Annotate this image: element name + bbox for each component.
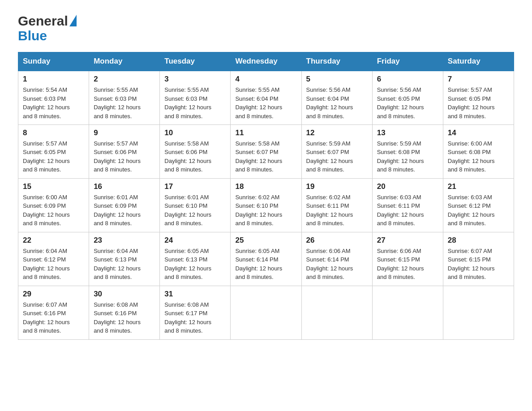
day-number: 9 (94, 128, 155, 137)
calendar-cell: 12 Sunrise: 5:59 AMSunset: 6:07 PMDaylig… (301, 124, 372, 178)
day-number: 2 (94, 75, 155, 84)
day-number: 8 (23, 128, 84, 137)
calendar-cell: 30 Sunrise: 6:08 AMSunset: 6:16 PMDaylig… (89, 286, 160, 339)
calendar-cell (372, 286, 443, 339)
day-number: 17 (164, 182, 226, 191)
day-info: Sunrise: 6:04 AMSunset: 6:12 PMDaylight:… (23, 248, 70, 281)
logo-blue: Blue (18, 28, 77, 43)
calendar-cell: 31 Sunrise: 6:08 AMSunset: 6:17 PMDaylig… (160, 286, 231, 339)
header-friday: Friday (372, 52, 443, 71)
calendar-cell: 5 Sunrise: 5:56 AMSunset: 6:04 PMDayligh… (301, 71, 372, 124)
calendar-cell (443, 286, 514, 339)
day-number: 16 (94, 182, 155, 191)
day-number: 24 (164, 236, 226, 245)
calendar-week-row: 22 Sunrise: 6:04 AMSunset: 6:12 PMDaylig… (18, 232, 514, 286)
calendar-cell: 8 Sunrise: 5:57 AMSunset: 6:05 PMDayligh… (18, 124, 89, 178)
day-number: 25 (235, 236, 296, 245)
day-number: 10 (164, 128, 226, 137)
calendar-cell: 26 Sunrise: 6:06 AMSunset: 6:14 PMDaylig… (301, 232, 372, 286)
day-number: 12 (306, 128, 368, 137)
calendar-cell: 17 Sunrise: 6:01 AMSunset: 6:10 PMDaylig… (160, 178, 231, 232)
day-number: 4 (235, 75, 296, 84)
calendar-cell: 11 Sunrise: 5:58 AMSunset: 6:07 PMDaylig… (231, 124, 301, 178)
day-info: Sunrise: 5:56 AMSunset: 6:05 PMDaylight:… (377, 86, 424, 120)
header-sunday: Sunday (18, 52, 89, 71)
calendar-cell: 18 Sunrise: 6:02 AMSunset: 6:10 PMDaylig… (231, 178, 301, 232)
day-info: Sunrise: 6:05 AMSunset: 6:13 PMDaylight:… (164, 248, 211, 281)
calendar-cell: 13 Sunrise: 5:59 AMSunset: 6:08 PMDaylig… (372, 124, 443, 178)
calendar-cell: 9 Sunrise: 5:57 AMSunset: 6:06 PMDayligh… (89, 124, 160, 178)
calendar-cell: 3 Sunrise: 5:55 AMSunset: 6:03 PMDayligh… (160, 71, 231, 124)
calendar-cell: 27 Sunrise: 6:06 AMSunset: 6:15 PMDaylig… (372, 232, 443, 286)
day-info: Sunrise: 6:06 AMSunset: 6:14 PMDaylight:… (306, 248, 353, 281)
calendar-week-row: 1 Sunrise: 5:54 AMSunset: 6:03 PMDayligh… (18, 71, 514, 124)
day-info: Sunrise: 5:59 AMSunset: 6:07 PMDaylight:… (306, 140, 353, 173)
day-number: 1 (23, 75, 84, 84)
day-info: Sunrise: 5:58 AMSunset: 6:06 PMDaylight:… (164, 140, 211, 173)
day-info: Sunrise: 5:54 AMSunset: 6:03 PMDaylight:… (23, 86, 70, 120)
calendar-week-row: 29 Sunrise: 6:07 AMSunset: 6:16 PMDaylig… (18, 286, 514, 339)
day-info: Sunrise: 6:03 AMSunset: 6:11 PMDaylight:… (377, 194, 424, 227)
calendar-cell: 10 Sunrise: 5:58 AMSunset: 6:06 PMDaylig… (160, 124, 231, 178)
page-header: General Blue (18, 13, 514, 43)
calendar-cell: 29 Sunrise: 6:07 AMSunset: 6:16 PMDaylig… (18, 286, 89, 339)
logo: General Blue (18, 13, 77, 43)
day-info: Sunrise: 5:57 AMSunset: 6:05 PMDaylight:… (23, 140, 70, 173)
day-info: Sunrise: 6:02 AMSunset: 6:10 PMDaylight:… (235, 194, 282, 227)
calendar-cell: 14 Sunrise: 6:00 AMSunset: 6:08 PMDaylig… (443, 124, 514, 178)
day-number: 26 (306, 236, 368, 245)
calendar-cell: 22 Sunrise: 6:04 AMSunset: 6:12 PMDaylig… (18, 232, 89, 286)
calendar-cell: 15 Sunrise: 6:00 AMSunset: 6:09 PMDaylig… (18, 178, 89, 232)
logo-text: General Blue (18, 13, 77, 43)
calendar-week-row: 15 Sunrise: 6:00 AMSunset: 6:09 PMDaylig… (18, 178, 514, 232)
calendar-cell: 28 Sunrise: 6:07 AMSunset: 6:15 PMDaylig… (443, 232, 514, 286)
header-wednesday: Wednesday (231, 52, 301, 71)
logo-general: General (18, 13, 68, 28)
day-info: Sunrise: 5:57 AMSunset: 6:06 PMDaylight:… (94, 140, 141, 173)
calendar-cell (301, 286, 372, 339)
calendar-cell: 23 Sunrise: 6:04 AMSunset: 6:13 PMDaylig… (89, 232, 160, 286)
day-info: Sunrise: 6:06 AMSunset: 6:15 PMDaylight:… (377, 248, 424, 281)
day-info: Sunrise: 6:04 AMSunset: 6:13 PMDaylight:… (94, 248, 141, 281)
day-number: 22 (23, 236, 84, 245)
day-number: 30 (94, 290, 155, 299)
day-number: 14 (448, 128, 509, 137)
day-number: 28 (448, 236, 509, 245)
day-number: 6 (377, 75, 438, 84)
day-info: Sunrise: 5:57 AMSunset: 6:05 PMDaylight:… (448, 86, 495, 120)
calendar-cell (231, 286, 301, 339)
day-number: 29 (23, 290, 84, 299)
day-info: Sunrise: 6:08 AMSunset: 6:16 PMDaylight:… (94, 301, 141, 334)
calendar-cell: 20 Sunrise: 6:03 AMSunset: 6:11 PMDaylig… (372, 178, 443, 232)
day-number: 5 (306, 75, 368, 84)
day-info: Sunrise: 5:59 AMSunset: 6:08 PMDaylight:… (377, 140, 424, 173)
header-saturday: Saturday (443, 52, 514, 71)
header-monday: Monday (89, 52, 160, 71)
day-info: Sunrise: 5:55 AMSunset: 6:04 PMDaylight:… (235, 86, 282, 120)
calendar-cell: 6 Sunrise: 5:56 AMSunset: 6:05 PMDayligh… (372, 71, 443, 124)
day-number: 7 (448, 75, 509, 84)
calendar-cell: 19 Sunrise: 6:02 AMSunset: 6:11 PMDaylig… (301, 178, 372, 232)
day-number: 31 (164, 290, 226, 299)
day-number: 21 (448, 182, 509, 191)
calendar-cell: 4 Sunrise: 5:55 AMSunset: 6:04 PMDayligh… (231, 71, 301, 124)
day-info: Sunrise: 6:05 AMSunset: 6:14 PMDaylight:… (235, 248, 282, 281)
calendar-cell: 7 Sunrise: 5:57 AMSunset: 6:05 PMDayligh… (443, 71, 514, 124)
day-number: 23 (94, 236, 155, 245)
day-info: Sunrise: 5:55 AMSunset: 6:03 PMDaylight:… (94, 86, 141, 120)
day-number: 15 (23, 182, 84, 191)
day-info: Sunrise: 5:56 AMSunset: 6:04 PMDaylight:… (306, 86, 353, 120)
day-info: Sunrise: 6:01 AMSunset: 6:09 PMDaylight:… (94, 194, 141, 227)
calendar-cell: 24 Sunrise: 6:05 AMSunset: 6:13 PMDaylig… (160, 232, 231, 286)
day-number: 3 (164, 75, 226, 84)
day-number: 27 (377, 236, 438, 245)
day-number: 13 (377, 128, 438, 137)
day-info: Sunrise: 6:03 AMSunset: 6:12 PMDaylight:… (448, 194, 495, 227)
day-number: 19 (306, 182, 368, 191)
calendar-cell: 25 Sunrise: 6:05 AMSunset: 6:14 PMDaylig… (231, 232, 301, 286)
header-tuesday: Tuesday (160, 52, 231, 71)
day-info: Sunrise: 6:02 AMSunset: 6:11 PMDaylight:… (306, 194, 353, 227)
day-info: Sunrise: 6:08 AMSunset: 6:17 PMDaylight:… (164, 301, 211, 334)
header-thursday: Thursday (301, 52, 372, 71)
day-number: 18 (235, 182, 296, 191)
